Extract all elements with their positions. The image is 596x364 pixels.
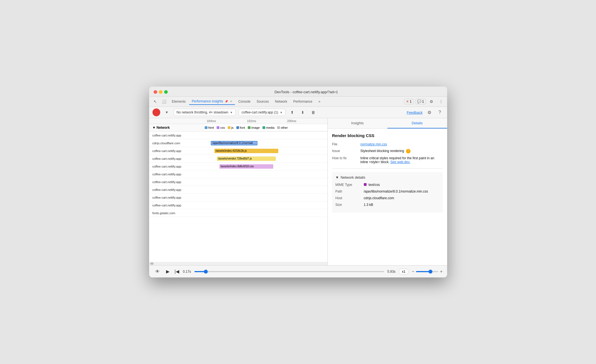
network-row-6[interactable]: coffee-cart.netlify.app [149,178,327,186]
time-start-label: 0.17s [183,270,191,274]
row-label-8: coffee-cart.netlify.app [149,196,205,199]
window-title: DevTools - coffee-cart.netlify.app/?ad=1 [170,90,443,94]
tab-elements[interactable]: Elements [169,98,189,105]
network-row-7[interactable]: coffee-cart.netlify.app [149,186,327,194]
network-row-9[interactable]: coffee-cart.netlify.app [149,201,327,209]
collapse-arrow-icon: ▼ [335,175,339,180]
tab-performance-insights[interactable]: Performance insights 📌 ✕ [189,98,235,105]
network-section-label: ▼ Network [149,124,205,131]
fullscreen-button[interactable] [164,90,168,94]
settings-gear-icon[interactable]: ⚙ [425,108,433,116]
trash-icon[interactable]: 🗑 [309,108,317,116]
zoom-slider[interactable] [416,271,438,272]
row-label-10: fonts.gstatic.com [149,211,205,215]
minimize-button[interactable] [159,90,162,94]
zoom-in-icon[interactable]: + [440,269,442,274]
row-label-2: coffee-cart.netlify.app [149,149,205,153]
throttle-dropdown[interactable]: No network throttling, 4× slowdown ▼ [174,109,236,116]
network-details-section: ▼ Network details MIME Type text/css Pat… [332,172,443,213]
detail-row-host: Host cdnjs.cloudflare.com [335,196,439,200]
tab-performance[interactable]: Performance [291,98,315,105]
scrubber-container [194,271,384,272]
more-tabs[interactable]: » [316,98,323,105]
skip-to-start-icon[interactable]: |◀ [174,269,180,274]
web-dev-link[interactable]: See web.dev. [390,160,410,164]
mime-color-dot [364,183,367,186]
network-row-2[interactable]: coffee-cart.netlify.app /assets/index.41… [149,147,327,155]
tab-console[interactable]: Console [236,98,253,105]
pin-icon: 📌 [225,100,228,103]
close-button[interactable] [154,90,157,94]
row-label-6: coffee-cart.netlify.app [149,180,205,184]
network-rows: coffee-cart.netlify.app cdnjs.cloudflare… [149,132,327,262]
errors-badge[interactable]: ✕ 1 [404,99,414,104]
legend-js: js [228,126,234,129]
right-tabs: Insights Details [328,118,447,129]
speed-button[interactable]: x1 [399,269,409,275]
network-header: ▼ Network html css js [149,124,327,132]
network-row-1[interactable]: cdnjs.cloudflare.com /ajax/libs/normaliz… [149,139,327,147]
ruler-mark-1: 184ms [207,119,247,123]
network-row-4[interactable]: coffee-cart.netlify.app /assets/index.8d… [149,163,327,170]
insight-detail-section: File normalize.min.css Issue Stylesheet … [332,142,443,164]
scrubber[interactable] [194,271,384,272]
device-icon[interactable]: ⬜ [160,98,168,105]
main-toolbar: ↖ ⬜ Elements Performance insights 📌 ✕ Co… [149,97,447,107]
row-label-4: coffee-cart.netlify.app [149,165,205,168]
network-row-10[interactable]: fonts.gstatic.com [149,209,327,217]
download-icon[interactable]: ⬇ [299,108,307,116]
legend-dot-css [217,126,219,129]
help-icon[interactable]: ? [436,108,444,116]
warning-icon: ! [406,149,410,153]
bar-1: /ajax/libs/normalize/8.0.1/normalize.min… [211,141,257,145]
record-button[interactable] [152,108,160,116]
tab-close-icon[interactable]: ✕ [230,100,232,103]
cursor-icon[interactable]: ↖ [151,98,159,105]
zoom-controls: − + [412,269,443,274]
second-toolbar: ▼ No network throttling, 4× slowdown ▼ c… [149,107,447,118]
scrubber-thumb[interactable] [204,270,208,274]
tab-insights[interactable]: Insights [328,118,387,128]
screenshot-icon[interactable]: 👁 [154,268,161,275]
legend-image: image [248,126,260,129]
upload-icon[interactable]: ⬆ [288,108,296,116]
tab-network[interactable]: Network [272,98,290,105]
row-bar-area-4: /assets/index.8d6c6f18.css [205,163,327,170]
legend-media: media [262,126,274,129]
size-value: 1.3 kB [364,203,439,207]
path-value: /ajax/libs/normalize/8.0.1/normalize.min… [364,189,439,193]
right-content: Render blocking CSS File normalize.min.c… [328,129,447,265]
target-arrow-icon: ▼ [280,111,282,114]
host-label: Host [335,196,360,200]
scrollbar-thumb[interactable] [150,262,154,265]
play-button[interactable]: ▶ [165,269,171,275]
more-options-icon[interactable]: ⋮ [437,98,445,105]
row-bar-area-0 [205,132,327,139]
network-row-0[interactable]: coffee-cart.netlify.app [149,132,327,139]
file-link[interactable]: normalize.min.css [360,142,387,146]
zoom-out-icon[interactable]: − [412,269,414,274]
row-bar-area-1: /ajax/libs/normalize/8.0.1/normalize.min… [205,139,327,147]
file-value: normalize.min.css [360,142,443,146]
detail-row-mime: MIME Type text/css [335,183,439,187]
tab-details[interactable]: Details [387,118,447,128]
settings-icon[interactable]: ⚙ [428,98,435,105]
feedback-link[interactable]: Feedback [407,110,422,115]
network-row-3[interactable]: coffee-cart.netlify.app /assets/vendor.7… [149,155,327,163]
how-to-fix-label: How to fix [332,156,357,164]
detail-row-path: Path /ajax/libs/normalize/8.0.1/normaliz… [335,189,439,193]
legend-font: font [236,126,245,129]
host-value: cdnjs.cloudflare.com [364,196,439,200]
main-content: 184ms 192ms 200ms ▼ Network html [149,118,447,265]
tab-sources[interactable]: Sources [254,98,272,105]
network-row-8[interactable]: coffee-cart.netlify.app [149,194,327,201]
network-row-5[interactable]: coffee-cart.netlify.app [149,170,327,178]
bottom-toolbar: 👁 ▶ |◀ 0.17s 5.93s x1 − + [149,265,447,277]
messages-badge[interactable]: 💬 1 [415,99,426,104]
legend-html: html [205,126,214,129]
zoom-thumb[interactable] [429,270,432,274]
legend-other: other [277,126,288,129]
network-details-header[interactable]: ▼ Network details [335,175,439,180]
dropdown-arrow-icon[interactable]: ▼ [163,108,171,116]
target-dropdown[interactable]: coffee-cart.netlify.app (1) ▼ [239,109,286,116]
